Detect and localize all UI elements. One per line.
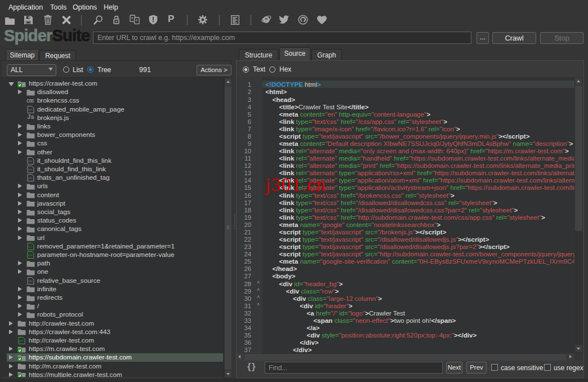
svg-text:</>: </> (28, 254, 33, 257)
svg-text:</>: </> (28, 108, 33, 111)
svg-text:</>: </> (28, 159, 33, 162)
svg-text:CSS: CSS (26, 98, 34, 103)
svg-text:</>: </> (19, 339, 24, 343)
svg-text:</>: </> (28, 245, 33, 248)
svg-text:</>: </> (28, 279, 33, 282)
svg-text:</>: </> (28, 176, 33, 180)
svg-text:</>: </> (28, 168, 33, 171)
